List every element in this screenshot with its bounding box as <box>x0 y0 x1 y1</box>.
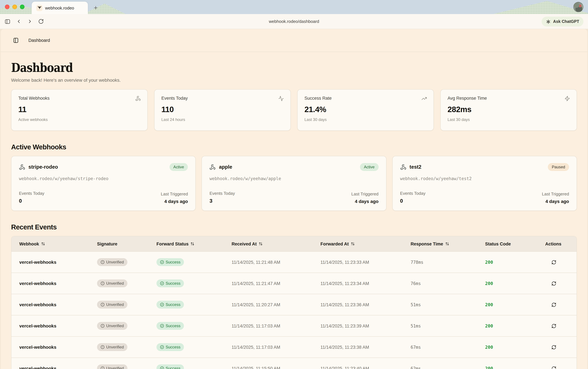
success-badge: Success <box>157 322 184 330</box>
webhook-name: test2 <box>409 164 421 170</box>
stat-card-success-rate: Success Rate 21.4% Last 30 days <box>297 89 434 131</box>
webhook-card-header: test2 Paused <box>400 163 569 171</box>
column-label: Status Code <box>485 241 511 246</box>
webhook-name: apple <box>219 164 232 170</box>
events-today-value: 0 <box>19 198 44 204</box>
cell-webhook: vercel-webhooks <box>11 259 89 265</box>
back-button[interactable] <box>13 16 24 27</box>
stat-label: Total Webhooks <box>18 96 140 101</box>
status-badge: Active <box>169 163 188 171</box>
column-label: Actions <box>545 241 561 246</box>
column-label: Received At <box>232 241 257 246</box>
stats-row: Total Webhooks 11 Active webhooks Events… <box>11 89 577 131</box>
column-header-response-time[interactable]: Response Time <box>403 241 477 246</box>
cell-forward-status: Success <box>149 343 224 351</box>
events-today-label: Events Today <box>19 191 44 196</box>
reload-button[interactable] <box>35 16 46 27</box>
retry-icon[interactable] <box>549 257 558 267</box>
stat-caption: Active webhooks <box>18 117 140 122</box>
cell-webhook: vercel-webhooks <box>11 345 89 350</box>
column-header-signature: Signature <box>89 241 149 246</box>
mountain-decoration <box>83 4 126 14</box>
unverified-badge: Unverified <box>97 258 127 266</box>
column-header-webhook[interactable]: Webhook <box>11 241 89 246</box>
page-subtitle: Welcome back! Here's an overview of your… <box>11 77 577 83</box>
column-header-forward-status[interactable]: Forward Status <box>149 241 224 246</box>
cell-forward-status: Success <box>149 322 224 330</box>
stat-label: Events Today <box>161 96 284 101</box>
column-header-received-at[interactable]: Received At <box>224 241 313 246</box>
ask-chatgpt-button[interactable]: Ask ChatGPT <box>542 17 583 26</box>
column-label: Signature <box>97 241 118 246</box>
webhook-card[interactable]: apple Active webhook.rodeo/w/yeehaw/appl… <box>202 156 387 211</box>
stat-value: 21.4% <box>304 105 427 114</box>
sort-icon <box>351 242 355 246</box>
events-today-label: Events Today <box>209 191 235 196</box>
signature-badge-label: Unverified <box>106 302 124 307</box>
column-label: Webhook <box>19 241 39 246</box>
page-title: Dashboard <box>11 61 73 75</box>
browser-tab[interactable]: webhook.rodeo <box>32 2 88 14</box>
cell-signature: Unverified <box>89 279 149 287</box>
retry-icon[interactable] <box>549 364 558 369</box>
cell-signature: Unverified <box>89 301 149 308</box>
panel-left-icon[interactable] <box>11 36 20 45</box>
tab-strip: webhook.rodeo <box>0 0 588 14</box>
breadcrumb[interactable]: Dashboard <box>29 38 50 43</box>
window-controls <box>5 5 24 9</box>
stat-card-avg-response-time: Avg Response Time 282ms Last 30 days <box>440 89 577 131</box>
events-today-value: 0 <box>400 198 426 204</box>
cell-status-code: 200 <box>477 302 537 307</box>
cell-forwarded-at: 11/14/2025, 11:23:40 AM <box>313 366 403 369</box>
cell-response-time: 76ms <box>403 281 477 286</box>
stat-caption: Last 30 days <box>304 117 427 122</box>
forward-button[interactable] <box>24 16 35 27</box>
webhook-card[interactable]: stripe-rodeo Active webhook.rodeo/w/yeeh… <box>11 156 196 211</box>
events-today-value: 3 <box>209 198 235 204</box>
close-window-button[interactable] <box>5 5 10 9</box>
cell-actions <box>537 279 577 288</box>
cell-forwarded-at: 11/14/2025, 11:23:39 AM <box>313 323 403 328</box>
retry-icon[interactable] <box>549 279 558 288</box>
retry-icon[interactable] <box>549 343 558 352</box>
cell-received-at: 11/14/2025, 11:21:47 AM <box>224 281 313 286</box>
last-triggered-block: Last Triggered 4 days ago <box>542 192 569 204</box>
status-badge: Paused <box>548 163 569 171</box>
forward-status-badge-label: Success <box>166 324 180 328</box>
column-header-forwarded-at[interactable]: Forwarded At <box>313 241 403 246</box>
webhook-name: stripe-rodeo <box>29 164 58 170</box>
cell-response-time: 51ms <box>403 323 477 328</box>
sort-icon <box>259 242 263 246</box>
cell-actions <box>537 364 577 369</box>
table-row: vercel-webhooks Unverified Success <box>11 358 577 369</box>
address-bar[interactable] <box>202 16 386 27</box>
minimize-window-button[interactable] <box>12 5 17 9</box>
last-triggered-value: 4 days ago <box>542 199 569 204</box>
new-tab-button[interactable] <box>91 3 101 13</box>
retry-icon[interactable] <box>549 300 558 309</box>
cell-actions <box>537 343 577 352</box>
forward-status-badge-label: Success <box>166 366 180 369</box>
webhook-url: webhook.rodeo/w/yeehaw/stripe-rodeo <box>19 176 188 181</box>
cell-received-at: 11/14/2025, 11:17:03 AM <box>224 323 313 328</box>
trending-up-icon <box>421 96 427 101</box>
zap-icon <box>565 96 570 101</box>
stat-caption: Last 30 days <box>448 117 570 122</box>
success-badge: Success <box>157 301 184 308</box>
sort-icon <box>445 242 449 246</box>
cell-forwarded-at: 11/14/2025, 11:23:33 AM <box>313 260 403 265</box>
bull-favicon-icon <box>36 5 42 11</box>
unverified-badge: Unverified <box>97 364 127 369</box>
cell-status-code: 200 <box>477 259 537 265</box>
webhook-card[interactable]: test2 Paused webhook.rodeo/w/yeehaw/test… <box>392 156 577 211</box>
browser-toolbar: webhook.rodeo/dashboard Ask ChatGPT <box>0 14 588 29</box>
avatar[interactable] <box>573 2 583 12</box>
retry-icon[interactable] <box>549 321 558 330</box>
zoom-window-button[interactable] <box>20 5 24 9</box>
events-today-block: Events Today 0 <box>19 191 44 204</box>
cell-response-time: 67ms <box>403 345 477 349</box>
cell-signature: Unverified <box>89 258 149 266</box>
success-badge: Success <box>157 258 184 266</box>
events-table: Webhook Signature Forward Status <box>11 236 577 369</box>
sidebar-toggle-icon[interactable] <box>2 16 13 27</box>
